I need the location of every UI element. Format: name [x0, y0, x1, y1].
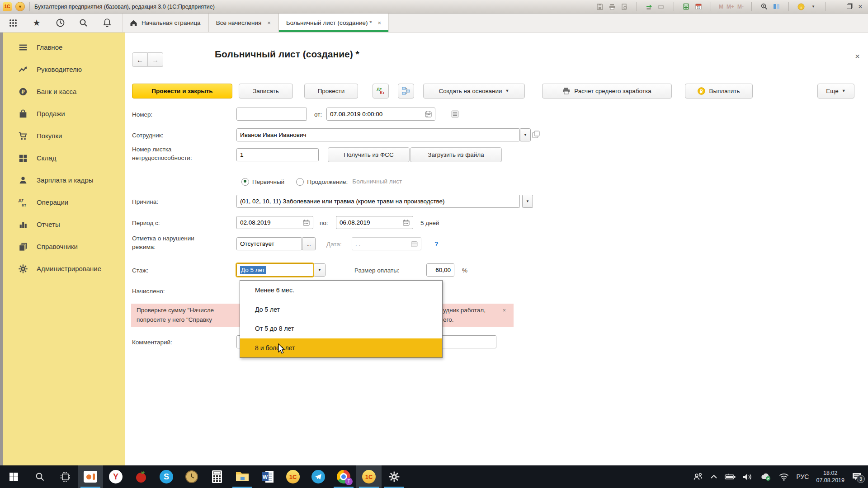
- taskbar-app-telegram[interactable]: [306, 465, 331, 488]
- back-button[interactable]: ←: [132, 52, 148, 67]
- taskbar-app-yandex-browser[interactable]: Y: [103, 465, 128, 488]
- sidebar-item-reports[interactable]: Отчеты: [3, 213, 125, 235]
- taskbar-app-file-explorer[interactable]: [230, 465, 255, 488]
- continuation-radio[interactable]: [296, 178, 304, 186]
- list-choice-icon[interactable]: [451, 110, 459, 118]
- close-button[interactable]: ×: [856, 3, 864, 11]
- memory-m-button[interactable]: M: [719, 3, 723, 11]
- volume-icon[interactable]: [743, 473, 753, 481]
- wifi-icon[interactable]: [779, 473, 789, 481]
- restore-button[interactable]: [845, 3, 853, 11]
- save-icon[interactable]: [595, 3, 604, 11]
- minimize-button[interactable]: –: [834, 3, 842, 11]
- open-in-form-icon[interactable]: [532, 131, 540, 138]
- onedrive-sync-icon[interactable]: [760, 473, 772, 481]
- sidebar-item-directories[interactable]: Справочники: [3, 235, 125, 258]
- taskbar-app-chrome[interactable]: T: [331, 465, 356, 488]
- memory-m-minus-button[interactable]: M-: [737, 3, 744, 11]
- dropdown-option[interactable]: От 5 до 8 лет: [240, 319, 442, 338]
- chevron-down-icon[interactable]: ▼: [809, 3, 818, 11]
- sidebar-item-manager[interactable]: Руководителю: [3, 58, 125, 80]
- favorites-star-icon[interactable]: ★: [32, 18, 42, 28]
- tab-close-icon[interactable]: ×: [267, 19, 271, 26]
- pay-rate-input[interactable]: 60,00: [426, 263, 454, 277]
- violation-date-input[interactable]: . .: [352, 237, 421, 250]
- document-structure-button[interactable]: [398, 84, 414, 99]
- get-from-fss-button[interactable]: Получить из ФСС: [328, 147, 410, 162]
- experience-input[interactable]: До 5 лет: [236, 263, 313, 277]
- memory-m-plus-button[interactable]: M+: [726, 3, 734, 11]
- more-button[interactable]: Еще▼: [817, 84, 854, 99]
- system-menu-button[interactable]: ▼: [15, 2, 25, 11]
- employee-input[interactable]: Иванов Иван Иванович: [236, 128, 520, 141]
- taskbar-app-skype[interactable]: S: [154, 465, 179, 488]
- sidebar-item-warehouse[interactable]: Склад: [3, 147, 125, 169]
- post-button[interactable]: Провести: [304, 84, 358, 99]
- apps-grid-icon[interactable]: [8, 18, 18, 28]
- sidebar-item-administration[interactable]: Администрирование: [3, 258, 125, 280]
- link-get-icon[interactable]: [645, 3, 654, 11]
- taskbar-app-calculator[interactable]: [204, 465, 230, 488]
- sidebar-item-main[interactable]: Главное: [3, 36, 125, 58]
- clock[interactable]: 18:02 07.08.2019: [816, 469, 844, 484]
- taskbar-app-1c[interactable]: 1С: [280, 465, 306, 488]
- sidebar-item-sales[interactable]: Продажи: [3, 103, 125, 125]
- sick-list-number-input[interactable]: 1: [236, 148, 319, 161]
- document-date-input[interactable]: 07.08.2019 0:00:00: [326, 108, 435, 121]
- help-link[interactable]: ?: [434, 240, 439, 248]
- search-icon[interactable]: [79, 18, 89, 28]
- calculator-icon[interactable]: [682, 3, 691, 11]
- number-input[interactable]: [236, 108, 307, 121]
- calendar-icon[interactable]: 31: [694, 3, 703, 11]
- tab-close-icon[interactable]: ×: [378, 19, 382, 26]
- sick-leave-link[interactable]: Больничный лист: [352, 178, 402, 185]
- taskbar-app-settings[interactable]: [382, 465, 407, 488]
- create-based-on-button[interactable]: Создать на основании▼: [423, 84, 525, 99]
- taskbar-app-apple[interactable]: [128, 465, 154, 488]
- link-open-icon[interactable]: [657, 3, 666, 11]
- taskbar-app-word[interactable]: W: [255, 465, 280, 488]
- zoom-icon[interactable]: [760, 3, 769, 11]
- print-preview-icon[interactable]: [620, 3, 629, 11]
- load-from-file-button[interactable]: Загрузить из файла: [410, 147, 502, 162]
- primary-radio[interactable]: [241, 178, 249, 186]
- calendar-icon[interactable]: [425, 111, 432, 117]
- sidebar-item-bank-cash[interactable]: ₽ Банк и касса: [3, 80, 125, 103]
- taskbar-app-clock[interactable]: [179, 465, 204, 488]
- tab-home[interactable]: Начальная страница: [122, 14, 208, 32]
- notification-center-button[interactable]: 3: [852, 472, 862, 481]
- split-view-icon[interactable]: [772, 3, 781, 11]
- period-from-input[interactable]: 02.08.2019: [236, 216, 313, 229]
- forward-button[interactable]: →: [148, 52, 163, 67]
- post-and-close-button[interactable]: Провести и закрыть: [132, 84, 232, 99]
- start-button[interactable]: [0, 465, 27, 488]
- people-icon[interactable]: [693, 472, 703, 481]
- battery-icon[interactable]: [725, 474, 736, 480]
- task-view-button[interactable]: [52, 465, 78, 488]
- reason-input[interactable]: (01, 02, 10, 11) Заболевание или травма …: [236, 195, 520, 208]
- tray-expand-chevron-icon[interactable]: [710, 474, 717, 479]
- reason-dropdown-button[interactable]: ▼: [522, 195, 533, 208]
- violation-input[interactable]: Отсутствует: [236, 237, 302, 250]
- dt-kt-postings-button[interactable]: ДтКт: [373, 84, 389, 99]
- warning-close-icon[interactable]: ×: [503, 307, 506, 314]
- tab-sick-leave[interactable]: Больничный лист (создание) * ×: [278, 14, 389, 32]
- taskbar-search-button[interactable]: [27, 465, 52, 488]
- print-icon[interactable]: [608, 3, 617, 11]
- taskbar-app-1c-active[interactable]: 1С: [356, 465, 382, 488]
- form-close-icon[interactable]: ×: [855, 52, 860, 61]
- save-button[interactable]: Записать: [239, 84, 293, 99]
- pay-button[interactable]: ₽ Выплатить: [685, 84, 753, 99]
- employee-dropdown-button[interactable]: ▼: [520, 128, 531, 141]
- sidebar-item-operations[interactable]: ДтКт Операции: [3, 191, 125, 213]
- dropdown-option[interactable]: Менее 6 мес.: [240, 281, 442, 300]
- info-icon[interactable]: i: [797, 3, 806, 11]
- sidebar-item-salary-hr[interactable]: Зарплата и кадры: [3, 169, 125, 191]
- history-icon[interactable]: [55, 18, 65, 28]
- dropdown-option-highlighted[interactable]: 8 и более лет: [240, 338, 442, 358]
- period-to-input[interactable]: 06.08.2019: [336, 216, 413, 229]
- violation-ellipsis-button[interactable]: ...: [302, 237, 316, 250]
- tab-all-accruals[interactable]: Все начисления ×: [208, 14, 278, 32]
- bell-icon[interactable]: [102, 18, 112, 28]
- sidebar-item-purchases[interactable]: Покупки: [3, 125, 125, 147]
